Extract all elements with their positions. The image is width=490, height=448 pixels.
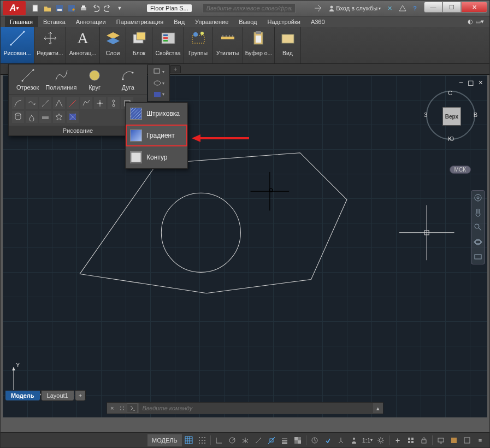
- panel-view[interactable]: Вид: [275, 27, 301, 63]
- viewport-maximize-icon[interactable]: ◻: [468, 78, 474, 87]
- ribbon-tab-a360[interactable]: A360: [306, 16, 330, 27]
- sb-snap-icon[interactable]: [196, 434, 208, 446]
- nav-pan-icon[interactable]: [473, 208, 483, 217]
- ribbon-tail-box-icon[interactable]: ▭▾: [475, 18, 484, 25]
- viewcube[interactable]: Верх С Ю З В: [426, 91, 475, 140]
- panel-groups[interactable]: Группы: [184, 27, 212, 63]
- draw-polyline[interactable]: Полилиния: [46, 68, 76, 91]
- sb-osnap-icon[interactable]: [265, 434, 278, 446]
- qat-plot-icon[interactable]: [78, 3, 89, 14]
- draw-mini-1[interactable]: [12, 97, 24, 109]
- sb-iso-icon[interactable]: [239, 434, 251, 446]
- nav-showmotion-icon[interactable]: [473, 252, 483, 262]
- draw-mini-11[interactable]: [26, 111, 38, 123]
- qat-save-icon[interactable]: [54, 3, 65, 14]
- qat-open-icon[interactable]: [42, 3, 53, 14]
- sb-model-button[interactable]: МОДЕЛЬ: [147, 434, 182, 446]
- minimize-button[interactable]: —: [424, 2, 442, 13]
- draw-circle[interactable]: Круг: [80, 68, 109, 91]
- draw-mini-6[interactable]: [80, 97, 92, 109]
- side-hatch-dropdown[interactable]: ▾: [150, 90, 167, 99]
- viewcube-face[interactable]: Верх: [442, 107, 461, 126]
- search-input[interactable]: [203, 3, 296, 13]
- flyout-hatch[interactable]: Штриховка: [126, 103, 187, 125]
- sb-clean-icon[interactable]: [461, 434, 473, 446]
- qat-undo-icon[interactable]: [90, 3, 101, 14]
- panel-draw[interactable]: Рисован...: [1, 27, 34, 63]
- command-input[interactable]: [139, 403, 373, 413]
- viewcube-east[interactable]: В: [474, 111, 477, 118]
- draw-mini-4[interactable]: [53, 97, 65, 109]
- flyout-boundary[interactable]: Контур: [126, 146, 187, 168]
- side-ellipse-dropdown[interactable]: ▾: [150, 79, 167, 88]
- sb-cycle-icon[interactable]: [322, 434, 334, 446]
- panel-properties[interactable]: Свойства: [152, 27, 184, 63]
- viewcube-north[interactable]: С: [448, 90, 452, 96]
- sb-polar-icon[interactable]: [226, 434, 238, 446]
- panel-layers[interactable]: Слои: [100, 27, 126, 63]
- viewport-close-icon[interactable]: ×: [479, 78, 483, 87]
- sb-transparency-icon[interactable]: [292, 434, 304, 446]
- sb-ws-icon[interactable]: [405, 434, 417, 446]
- panel-utilities[interactable]: Утилиты: [212, 27, 243, 63]
- ribbon-tab-home[interactable]: Главная: [5, 16, 38, 27]
- exchange-icon[interactable]: ✕: [386, 5, 394, 12]
- nav-zoom-icon[interactable]: [473, 222, 483, 232]
- cmdline-prompt-icon[interactable]: [127, 403, 138, 413]
- viewcube-south[interactable]: Ю: [448, 135, 454, 142]
- sb-sc-icon[interactable]: [309, 434, 321, 446]
- sb-qprop-icon[interactable]: [335, 434, 347, 446]
- panel-annotation[interactable]: A Аннотац...: [66, 27, 100, 63]
- ribbon-tail-bullet-icon[interactable]: ◐: [468, 18, 473, 25]
- viewcube-west[interactable]: З: [424, 111, 428, 118]
- nav-wheel-icon[interactable]: [473, 193, 483, 203]
- sb-monitor-icon[interactable]: [435, 434, 447, 446]
- sb-add-icon[interactable]: +: [392, 434, 404, 446]
- flyout-gradient[interactable]: Градиент: [126, 125, 187, 146]
- draw-mini-2[interactable]: [26, 97, 38, 109]
- sb-gear-icon[interactable]: [375, 434, 387, 446]
- wcs-badge[interactable]: МСК: [450, 166, 471, 174]
- qat-redo-icon[interactable]: [102, 3, 113, 14]
- viewport-minimize-icon[interactable]: −: [459, 78, 463, 87]
- ribbon-tab-manage[interactable]: Управление: [190, 16, 234, 27]
- draw-mini-5[interactable]: [67, 97, 79, 109]
- help-icon[interactable]: ?: [411, 5, 418, 11]
- draw-line[interactable]: Отрезок: [13, 68, 43, 91]
- draw-mini-13[interactable]: [53, 111, 65, 123]
- sb-annoscale-label[interactable]: 1:1 ▾: [361, 434, 374, 446]
- panel-modify[interactable]: Редакти...: [34, 27, 66, 63]
- ribbon-tab-annotate[interactable]: Аннотации: [71, 16, 111, 27]
- sb-person-icon[interactable]: [348, 434, 360, 446]
- panel-block[interactable]: Блок: [126, 27, 152, 63]
- cmdline-close-icon[interactable]: ×: [107, 405, 117, 411]
- signin-button[interactable]: Вход в службы▾: [327, 5, 382, 11]
- app-logo[interactable]: A▾: [3, 1, 26, 15]
- qat-more-icon[interactable]: ▼: [114, 3, 125, 14]
- close-button[interactable]: ✕: [461, 2, 487, 13]
- layout-tab-add[interactable]: +: [75, 390, 86, 401]
- document-title[interactable]: Floor Plan S...: [147, 4, 192, 12]
- draw-mini-8[interactable]: [108, 97, 120, 109]
- sb-hw-icon[interactable]: [448, 434, 460, 446]
- file-tab-add[interactable]: +: [170, 65, 181, 73]
- draw-mini-3[interactable]: [39, 97, 51, 109]
- sb-ortho-icon[interactable]: [213, 434, 225, 446]
- sb-custom-icon[interactable]: ≡: [474, 434, 486, 446]
- ribbon-tab-insert[interactable]: Вставка: [38, 16, 71, 27]
- ribbon-tab-view[interactable]: Вид: [169, 16, 190, 27]
- panel-clipboard[interactable]: Буфер о...: [243, 27, 275, 63]
- qat-saveas-icon[interactable]: [66, 3, 77, 14]
- draw-mini-10[interactable]: [12, 111, 24, 123]
- a360-icon[interactable]: [397, 5, 408, 11]
- layout-tab-layout1[interactable]: Layout1: [41, 390, 74, 401]
- maximize-button[interactable]: ☐: [442, 2, 461, 13]
- layout-tab-model[interactable]: Модель: [5, 390, 40, 401]
- sb-grid-icon[interactable]: [183, 434, 195, 446]
- nav-orbit-icon[interactable]: [473, 237, 483, 247]
- draw-mini-14[interactable]: [67, 111, 79, 123]
- cmdline-recent-icon[interactable]: ▴: [373, 405, 383, 412]
- search-icon[interactable]: [312, 4, 323, 12]
- cmdline-handle-icon[interactable]: ⸬: [117, 405, 127, 412]
- ribbon-tab-parametric[interactable]: Параметризация: [111, 16, 169, 27]
